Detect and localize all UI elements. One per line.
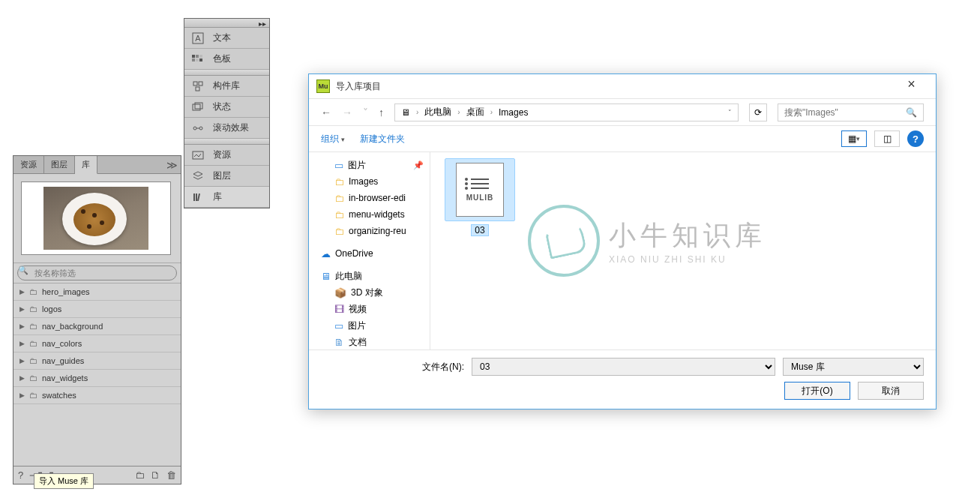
filter-select[interactable]: Muse 库 [783,358,924,376]
new-folder-button[interactable]: 新建文件夹 [360,133,405,146]
folder-icon: 🗀 [29,374,37,382]
filename-input[interactable]: 03 [472,358,775,376]
back-icon[interactable]: ← [321,106,331,118]
panel-layers[interactable]: 图层 [184,166,269,187]
list-item[interactable]: ▶🗀nav_guides [13,352,181,370]
tab-library[interactable]: 库 [75,156,97,174]
list-item[interactable]: ▶🗀logos [13,301,181,318]
pin-icon[interactable]: 📌 [413,160,424,170]
tree-item[interactable]: 🗀Images [309,173,430,190]
view-button[interactable]: ▦ ▾ [841,130,867,147]
panel-library[interactable]: 库 [184,187,269,208]
chevron-down-icon[interactable]: ˅ [728,109,732,116]
preview-pane-button[interactable]: ◫ [874,130,900,147]
tree-label: OneDrive [335,248,373,259]
tree-label: 图片 [348,320,366,332]
tree-label: 图片 [348,159,366,172]
svg-rect-10 [196,87,199,91]
list-item[interactable]: ▶🗀swatches [13,387,181,404]
panel-states[interactable]: 状态 [184,97,269,118]
item-label: nav_guides [42,356,84,365]
library-panel: 资源 图层 库 ≫ ▶🗀hero_images ▶🗀logos ▶🗀nav_ba… [13,155,181,484]
svg-rect-3 [196,55,199,58]
watermark-cn: 小牛知识库 [609,218,766,254]
nav-bar: ← → ˅ ↑ 🖥 › 此电脑 › 桌面 › Images ˅ ⟳ 🔍 [309,98,936,125]
tree-item[interactable]: ▭图片📌 [309,157,430,173]
watermark-en: XIAO NIU ZHI SHI KU [609,254,766,265]
video-icon: 🎞 [334,304,344,315]
panel-swatches[interactable]: 色板 [184,49,269,70]
tab-layers[interactable]: 图层 [44,156,75,173]
svg-rect-4 [199,55,202,58]
open-button[interactable]: 打开(O) [784,382,850,400]
help-icon[interactable]: ? [18,470,23,481]
panel-divider [184,139,269,145]
cancel-button[interactable]: 取消 [858,382,924,400]
panel-label: 图层 [213,170,231,182]
folder-icon[interactable]: 🗀 [135,470,145,481]
svg-point-13 [193,127,196,130]
forward-icon[interactable]: → [342,106,352,118]
svg-text:A: A [195,34,201,43]
file-thumb: MULIB [445,158,515,221]
file-name-label: 03 [471,224,488,236]
list-item[interactable]: ▶🗀nav_background [13,318,181,335]
svg-rect-8 [193,82,197,86]
file-list[interactable]: MULIB 03 小牛知识库 XIAO NIU ZHI SHI KU [430,152,936,350]
bc-item[interactable]: 此电脑 [424,106,451,118]
panel-widgets-lib[interactable]: 构件库 [184,76,269,97]
bc-item[interactable]: 桌面 [466,106,484,118]
new-page-icon[interactable]: 🗋 [151,470,160,481]
watermark: 小牛知识库 XIAO NIU ZHI SHI KU [528,205,766,277]
panel-assets[interactable]: 资源 [184,145,269,166]
tree-label: Images [349,176,378,187]
dialog-body: ▭图片📌 🗀Images 🗀in-browser-edi 🗀menu-widge… [309,152,936,350]
folder-icon: 🗀 [334,226,344,237]
close-button[interactable]: × [895,76,928,97]
bc-item[interactable]: Images [499,107,528,118]
list-item[interactable]: ▶🗀nav_widgets [13,370,181,387]
list-item[interactable]: ▶🗀nav_colors [13,335,181,352]
tree-item[interactable]: ☁OneDrive [309,245,430,262]
recent-dropdown-icon[interactable]: ˅ [363,106,368,118]
onedrive-icon: ☁ [321,248,331,260]
trash-icon[interactable]: 🗑 [166,470,176,481]
svg-rect-5 [192,58,195,62]
panel-label: 库 [213,190,222,203]
folder-icon: 🗀 [29,322,37,331]
file-item[interactable]: MULIB 03 [441,158,519,236]
layers-icon [190,169,205,184]
flyout-icon[interactable]: ≫ [166,159,178,171]
panel-label: 色板 [213,52,231,65]
chevron-right-icon: › [457,108,460,116]
breadcrumb[interactable]: 🖥 › 此电脑 › 桌面 › Images ˅ [394,104,739,122]
tree-item[interactable]: 🗀menu-widgets [309,206,430,223]
refresh-button[interactable]: ⟳ [749,104,767,122]
organize-button[interactable]: 组织 ▾ [321,133,345,146]
tree-item[interactable]: 📦3D 对象 [309,284,430,301]
pc-icon: 🖥 [321,271,331,282]
search-icon[interactable]: 🔍 [906,107,917,118]
list-item[interactable]: ▶🗀hero_images [13,284,181,301]
search-input[interactable] [784,107,901,118]
panel-text[interactable]: A 文本 [184,28,269,49]
tree-item[interactable]: 🎞视频 [309,301,430,317]
tab-assets[interactable]: 资源 [13,156,44,173]
panel-scroll[interactable]: 滚动效果 [184,118,269,139]
dialog-footer: 文件名(N): 03 Muse 库 打开(O) 取消 [309,350,936,409]
tree-item[interactable]: 🗀in-browser-edi [309,190,430,206]
collapse-icon[interactable]: ▸▸ [259,20,266,28]
item-label: swatches [42,391,76,400]
tree-label: 视频 [349,303,367,316]
tree-item[interactable]: 🗎文档 [309,334,430,350]
chevron-right-icon: ▶ [19,374,25,382]
tree-label: organizing-reu [349,226,406,236]
filter-input[interactable] [17,266,177,280]
search-box[interactable]: 🔍 [778,104,924,122]
panel-tabs: 资源 图层 库 ≫ [13,156,181,174]
help-button[interactable]: ? [907,130,924,147]
up-icon[interactable]: ↑ [379,106,384,118]
tree-item[interactable]: ▭图片 [309,317,430,334]
tree-item[interactable]: 🗀organizing-reu [309,223,430,239]
tree-item[interactable]: 🖥此电脑 [309,268,430,284]
